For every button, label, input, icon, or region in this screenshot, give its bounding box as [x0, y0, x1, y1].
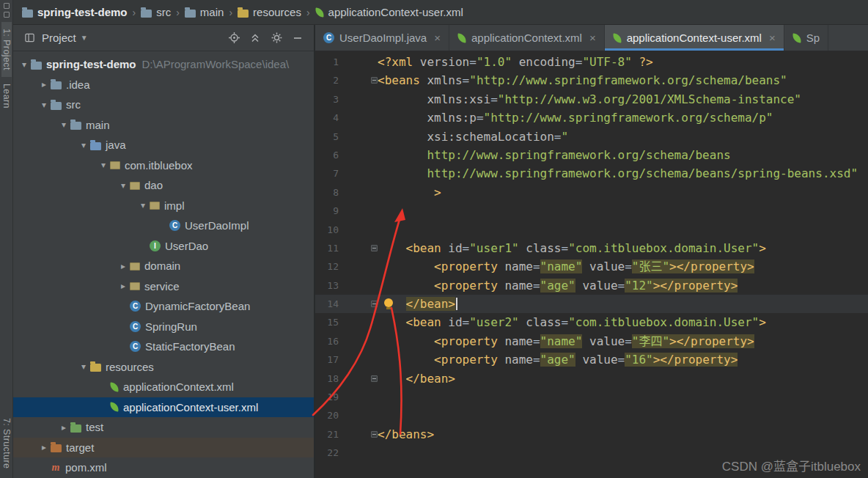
- tree-item[interactable]: CDynamicFactoryBean: [13, 296, 314, 317]
- code-line[interactable]: 7 http://www.springframework.org/schema/…: [315, 164, 868, 183]
- tree-item[interactable]: ▾dao: [13, 175, 314, 196]
- chevron-right-icon[interactable]: ▸: [57, 422, 70, 433]
- folder-icon: [141, 10, 152, 18]
- tree-item[interactable]: ▾resources: [13, 357, 314, 378]
- chevron-down-icon[interactable]: ▾: [37, 100, 51, 110]
- chevron-down-icon[interactable]: ▾: [97, 160, 110, 170]
- tree-item[interactable]: ▸.idea: [13, 75, 314, 95]
- tree-item[interactable]: ▸test: [13, 417, 314, 438]
- chevron-down-icon[interactable]: ▾: [18, 59, 31, 70]
- chevron-right-icon[interactable]: ▸: [37, 442, 51, 452]
- code-line[interactable]: 10: [315, 221, 868, 239]
- tree-item-label: test: [86, 421, 103, 433]
- collapse-all-icon[interactable]: [246, 29, 264, 47]
- tree-item[interactable]: IUserDao: [13, 236, 314, 257]
- breadcrumb-item[interactable]: src: [138, 4, 174, 20]
- tree-item[interactable]: CUserDaoImpl: [13, 216, 314, 236]
- fold-marker-icon[interactable]: [371, 77, 378, 84]
- close-icon[interactable]: ×: [769, 32, 776, 44]
- code-token: "UTF-8": [582, 55, 631, 69]
- code-area[interactable]: 1<?xml version="1.0" encoding="UTF-8" ?>…: [315, 51, 868, 478]
- tree-item[interactable]: ▾com.itbluebox: [13, 155, 314, 176]
- chevron-down-icon[interactable]: ▾: [136, 200, 150, 210]
- code-line[interactable]: 2<beans xmlns="http://www.springframewor…: [315, 71, 868, 89]
- tree-item[interactable]: ▸domain: [13, 256, 314, 276]
- code-line[interactable]: 15 <bean id="user2" class="com.itbluebox…: [315, 313, 868, 331]
- chevron-right-icon[interactable]: ▸: [37, 79, 51, 89]
- content-row: Project ▼ ▾spring-test: [13, 25, 868, 478]
- hide-panel-icon[interactable]: [289, 29, 306, 47]
- breadcrumb-item[interactable]: main: [182, 4, 227, 20]
- intention-bulb-icon[interactable]: [384, 298, 393, 307]
- code-line[interactable]: 20: [315, 406, 868, 424]
- code-line[interactable]: 17 <property name="age" value="16"></pro…: [315, 350, 868, 369]
- breadcrumb-item[interactable]: spring-test-demo: [19, 4, 130, 20]
- tree-item[interactable]: CStaticFactoryBean: [13, 337, 314, 357]
- settings-gear-icon[interactable]: [268, 29, 285, 47]
- breadcrumb-item[interactable]: resources: [235, 4, 304, 20]
- tree-item[interactable]: ▾impl: [13, 196, 314, 216]
- fold-marker-icon[interactable]: [371, 245, 378, 251]
- code-line[interactable]: 21</beans>: [315, 425, 868, 444]
- code-line[interactable]: 14 </bean>: [315, 295, 868, 313]
- project-panel-title[interactable]: Project: [42, 32, 76, 44]
- editor-tab[interactable]: applicationContext.xml×: [449, 25, 605, 51]
- code-line[interactable]: 9: [315, 202, 868, 220]
- chevron-right-icon[interactable]: ▸: [117, 281, 130, 291]
- code-line[interactable]: 16 <property name="name" value="李四"></pr…: [315, 332, 868, 350]
- toolwindow-grid-icon[interactable]: [4, 3, 10, 9]
- code-token: <property: [434, 260, 504, 273]
- toolwindow-button-structure[interactable]: 7: Structure: [1, 411, 12, 475]
- fold-marker-icon[interactable]: [371, 375, 378, 382]
- locate-file-icon[interactable]: [225, 29, 243, 47]
- toolwindow-button-project[interactable]: 1: Project: [1, 22, 12, 77]
- chevron-down-icon[interactable]: ▾: [57, 120, 70, 130]
- tree-item[interactable]: ▾spring-test-demoD:\AProgramWorkSpace\id…: [13, 54, 314, 75]
- code-line[interactable]: 12 <property name="name" value="张三"></pr…: [315, 257, 868, 276]
- tree-item[interactable]: applicationContext-user.xml: [13, 397, 314, 418]
- close-icon[interactable]: ×: [434, 32, 441, 44]
- close-icon[interactable]: ×: [589, 32, 596, 44]
- maven-icon: m: [51, 462, 61, 473]
- tree-item[interactable]: ▾java: [13, 135, 314, 155]
- tree-item[interactable]: applicationContext.xml: [13, 377, 314, 397]
- toolwindow-button-learn[interactable]: Learn: [1, 77, 12, 115]
- fold-marker-icon[interactable]: [371, 301, 378, 307]
- code-line[interactable]: 5 xsi:schemaLocation=": [315, 128, 868, 146]
- code-token: ></property>: [653, 353, 738, 367]
- code-line[interactable]: 19: [315, 388, 868, 406]
- tree-item[interactable]: ▾src: [13, 95, 314, 115]
- code-line[interactable]: 3 xmlns:xsi="http://www.w3.org/2001/XMLS…: [315, 90, 868, 109]
- chevron-down-icon[interactable]: ▼: [81, 34, 88, 42]
- code-line[interactable]: 4 xmlns:p="http://www.springframework.or…: [315, 109, 868, 127]
- editor-tab[interactable]: applicationContext-user.xml×: [605, 25, 784, 51]
- code-token: <beans: [378, 73, 427, 87]
- editor-tab[interactable]: CUserDaoImpl.java×: [315, 25, 449, 51]
- fold-gutter: [339, 406, 378, 424]
- breadcrumb-label: applicationContext-user.xml: [328, 6, 463, 18]
- breadcrumb-item[interactable]: applicationContext-user.xml: [312, 4, 466, 20]
- chevron-right-icon[interactable]: ▸: [117, 261, 130, 271]
- code-line[interactable]: 1<?xml version="1.0" encoding="UTF-8" ?>: [315, 53, 868, 71]
- code-line[interactable]: 8 >: [315, 183, 868, 202]
- line-number: 18: [315, 369, 339, 388]
- chevron-down-icon[interactable]: ▾: [77, 140, 90, 150]
- code-line[interactable]: 22: [315, 444, 868, 462]
- code-line[interactable]: 18 </bean>: [315, 369, 868, 388]
- tree-item[interactable]: ▸service: [13, 276, 314, 297]
- fold-marker-icon[interactable]: [371, 431, 378, 438]
- tree-item-label: service: [144, 280, 180, 293]
- code-token: [378, 334, 434, 348]
- editor-tab[interactable]: Sp: [784, 25, 828, 51]
- code-line[interactable]: 6 http://www.springframework.org/schema/…: [315, 146, 868, 164]
- chevron-down-icon[interactable]: ▾: [77, 361, 90, 372]
- tree-item[interactable]: ▸target: [13, 438, 314, 458]
- tree-item[interactable]: CSpringRun: [13, 317, 314, 337]
- chevron-down-icon[interactable]: ▾: [117, 180, 130, 191]
- tree-item[interactable]: mpom.xml: [13, 457, 314, 478]
- tree-item[interactable]: ▾main: [13, 115, 314, 136]
- code-line[interactable]: 13 <property name="age" value="12"></pro…: [315, 276, 868, 295]
- toolwindow-square-icon[interactable]: [4, 12, 10, 18]
- code-token: xsi:schemaLocation: [427, 130, 553, 144]
- code-line[interactable]: 11 <bean id="user1" class="com.itbluebox…: [315, 239, 868, 257]
